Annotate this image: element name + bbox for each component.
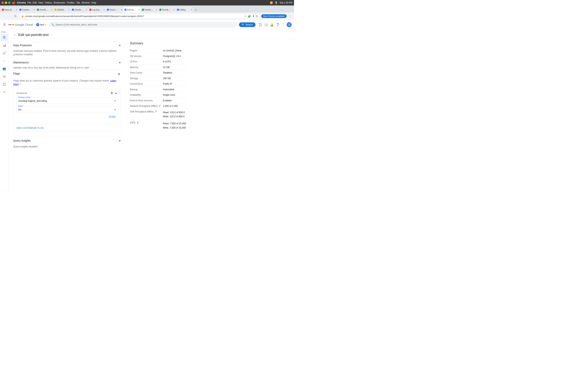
bookmarks-menu[interactable]: Bookmarks [54, 1, 65, 4]
tab-logexp[interactable]: Log Exp... ✕ [88, 7, 106, 12]
hamburger-menu-button[interactable]: ☰ [2, 22, 7, 27]
settings-dots-btn[interactable]: ⋮ [281, 22, 286, 27]
search-button[interactable]: 🔍 Search [239, 22, 255, 27]
value-field: Value * On ▾ [17, 106, 117, 112]
tab-close-conf[interactable]: ✕ [33, 9, 35, 11]
tab-peerdb3[interactable]: Peerdb ... ✕ [141, 7, 158, 12]
extensions-icon[interactable]: 🧩 [248, 15, 251, 18]
notifications-btn[interactable]: 📋 [257, 22, 263, 27]
tab-menu[interactable]: Tab [76, 1, 80, 4]
choose-flag-dropdown-icon[interactable]: ▾ [115, 99, 116, 103]
tab-label-dais: DAIS24... [57, 9, 67, 11]
learn-more-link[interactable]: Learn more [13, 79, 116, 85]
download-icon[interactable]: ⬇ [252, 15, 255, 18]
bookmark-icon[interactable]: ☆ [244, 15, 247, 18]
sidebar-item-users[interactable]: 👥 [1, 65, 8, 72]
data-protection-header[interactable]: Data Protection ▾ [13, 42, 121, 49]
view-menu[interactable]: View [38, 1, 43, 4]
summary-row-vcpus: vCPUs 8 vCPU [130, 59, 187, 64]
tab-peerdb2[interactable]: Peerdb ... ✕ [71, 7, 88, 12]
flags-title: Flags [13, 72, 20, 75]
apple-menu[interactable]: 🍎 [12, 1, 16, 4]
tab-conf[interactable]: Confere... ✕ [18, 7, 36, 12]
done-button[interactable]: DONE [107, 115, 117, 119]
search-bar[interactable]: 🔍 Search (/) for resources, docs, and mo… [49, 22, 237, 28]
new-tab-button[interactable]: + [193, 7, 199, 12]
tab-label-peerdb3: Peerdb ... [145, 9, 155, 11]
more-options-button[interactable]: ⋮ [288, 14, 293, 19]
profiles-menu[interactable]: Profiles [67, 1, 75, 4]
tab-close-logexp[interactable]: ✕ [103, 9, 105, 11]
user-avatar[interactable]: S [287, 22, 292, 27]
disk-throughput-help-icon[interactable]: ❓ [155, 110, 157, 113]
value-wrapper[interactable]: Value * On ▾ [17, 106, 117, 112]
sidebar-item-databases[interactable]: 🗄 [1, 34, 8, 41]
main-content: ← Edit sai-peerdb-test Data Protection ▾… [9, 30, 294, 191]
maximize-window-btn[interactable] [8, 1, 10, 4]
sidebar-item-pipelines[interactable]: → [1, 57, 8, 64]
maintenance-header[interactable]: Maintenance ▾ [13, 59, 121, 66]
sidebar-item-tables[interactable]: ⊟ [1, 73, 8, 80]
search-button-label: Search [245, 23, 253, 26]
collapse-flag-button[interactable]: ▲ [115, 91, 117, 95]
sidebar-toggle-icon[interactable]: ⊟ [256, 15, 258, 18]
close-window-btn[interactable] [1, 1, 4, 4]
tab-close-gmail[interactable]: ✕ [16, 9, 17, 11]
tab-home[interactable]: Home /... ✕ [106, 7, 123, 12]
tab-label-home: Home /... [110, 9, 120, 11]
tab-close-dais[interactable]: ✕ [68, 9, 70, 11]
iops-help-icon[interactable]: ❓ [136, 122, 139, 124]
chrome-update-badge[interactable]: New Chrome available [261, 14, 287, 18]
maintenance-title: Maintenance [13, 61, 29, 64]
tab-close-editing[interactable]: ✕ [191, 9, 192, 11]
tab-editsai[interactable]: Edit sai... ✕ [123, 7, 141, 12]
tab-label-peerdb4: Peerdb ... [162, 9, 172, 11]
edit-menu[interactable]: Edit [33, 1, 37, 4]
tab-close-editsai[interactable]: ✕ [138, 9, 140, 11]
query-insights-header[interactable]: Query insights ▾ [13, 137, 121, 145]
tab-gmail[interactable]: Inbox (5 ✕ [1, 7, 18, 12]
help-menu[interactable]: Help [91, 1, 96, 4]
summary-val-memory: 32 GB [163, 66, 187, 69]
sidebar-item-monitoring[interactable]: 📊 [1, 42, 8, 49]
choose-flag-wrapper[interactable]: Choose a flag * cloudsql.logical_decodin… [17, 97, 117, 104]
sidebar-item-logs[interactable]: ≡ [1, 88, 8, 95]
reload-button[interactable]: ↻ [13, 14, 18, 19]
sidebar-item-analytics[interactable]: 📈 [1, 50, 8, 57]
tab-close-home[interactable]: ✕ [121, 9, 122, 11]
tab-editing[interactable]: Editing ✕ [176, 7, 193, 12]
tab-close-peerdb2[interactable]: ✕ [86, 9, 87, 11]
app-name[interactable]: Chrome [17, 1, 26, 4]
tab-peerdb1[interactable]: Peerdb ... ✕ [36, 7, 53, 12]
tab-close-peerdb1[interactable]: ✕ [51, 9, 52, 11]
summary-val-storage: 250 GB [163, 77, 187, 80]
bell-btn[interactable]: 🔔 [269, 22, 274, 27]
sidebar-item-reports[interactable]: 📋 [1, 81, 8, 88]
cloud-shell-btn[interactable]: ⬜ [263, 22, 269, 27]
back-nav-button[interactable]: ← [13, 33, 17, 37]
sidebar-item-collapse[interactable]: ◁ [1, 188, 8, 191]
flags-header[interactable]: Flags ▲ [13, 70, 121, 77]
url-bar[interactable]: 🔒 console.cloud.google.com/sql/instances… [19, 14, 260, 19]
tab-label-gmail: Inbox (5 [5, 9, 15, 11]
back-button[interactable]: ← [1, 14, 6, 19]
tab-close-peerdb3[interactable]: ✕ [156, 9, 157, 11]
add-database-flag-button[interactable]: ADD A DATABASE FLAG [13, 125, 121, 131]
minimize-window-btn[interactable] [5, 1, 7, 4]
project-selector[interactable]: ⊞ test ▾ [35, 22, 47, 27]
tab-peerdb4[interactable]: Peerdb ... ✕ [158, 7, 176, 12]
summary-key-region: Region [130, 49, 163, 52]
tab-close-peerdb4[interactable]: ✕ [173, 9, 175, 11]
help-btn[interactable]: ❓ [275, 22, 280, 27]
forward-button[interactable]: → [7, 14, 12, 19]
summary-row-disk-throughput: Disk throughput (MB/s) ❓ Read: 120.0 of … [130, 109, 187, 120]
delete-flag-button[interactable]: 🗑 [110, 91, 113, 95]
window-menu[interactable]: Window [82, 1, 90, 4]
data-protection-description: Automatic backups enabled. Point-in-time… [13, 49, 121, 56]
network-throughput-help-icon[interactable]: ❓ [158, 105, 161, 107]
value-dropdown-icon[interactable]: ▾ [115, 108, 116, 111]
summary-val-pitr: Enabled [163, 99, 187, 102]
file-menu[interactable]: File [27, 1, 31, 4]
tab-dais[interactable]: DAIS24... ✕ [53, 7, 71, 12]
history-menu[interactable]: History [45, 1, 52, 4]
